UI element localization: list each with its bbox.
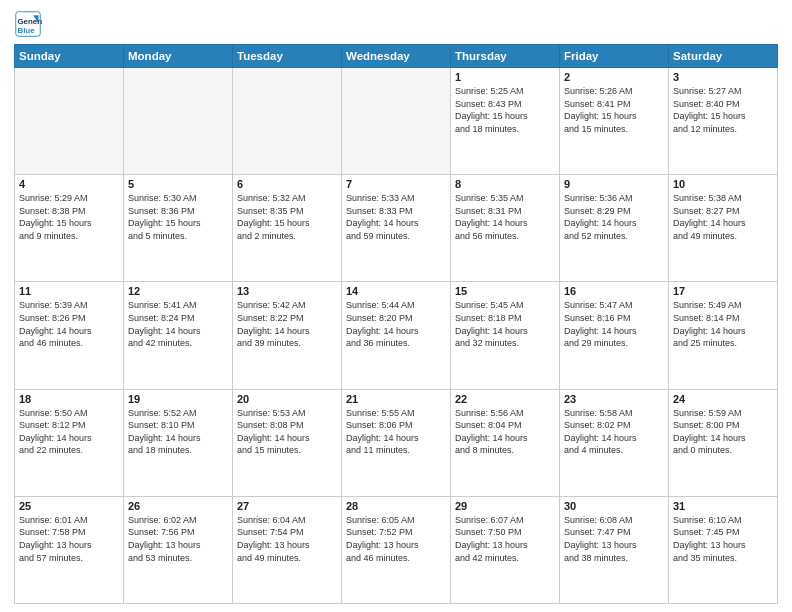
day-number: 9 [564,178,664,190]
day-info: Sunrise: 5:35 AM Sunset: 8:31 PM Dayligh… [455,192,555,242]
calendar-cell: 4Sunrise: 5:29 AM Sunset: 8:38 PM Daylig… [15,175,124,282]
calendar-table: SundayMondayTuesdayWednesdayThursdayFrid… [14,44,778,604]
calendar-cell: 17Sunrise: 5:49 AM Sunset: 8:14 PM Dayli… [669,282,778,389]
calendar-cell: 11Sunrise: 5:39 AM Sunset: 8:26 PM Dayli… [15,282,124,389]
day-info: Sunrise: 6:08 AM Sunset: 7:47 PM Dayligh… [564,514,664,564]
calendar-cell: 22Sunrise: 5:56 AM Sunset: 8:04 PM Dayli… [451,389,560,496]
calendar-cell [15,68,124,175]
day-info: Sunrise: 5:26 AM Sunset: 8:41 PM Dayligh… [564,85,664,135]
calendar-cell: 14Sunrise: 5:44 AM Sunset: 8:20 PM Dayli… [342,282,451,389]
calendar-cell: 12Sunrise: 5:41 AM Sunset: 8:24 PM Dayli… [124,282,233,389]
day-info: Sunrise: 6:10 AM Sunset: 7:45 PM Dayligh… [673,514,773,564]
day-info: Sunrise: 5:53 AM Sunset: 8:08 PM Dayligh… [237,407,337,457]
day-number: 15 [455,285,555,297]
calendar-cell: 19Sunrise: 5:52 AM Sunset: 8:10 PM Dayli… [124,389,233,496]
day-info: Sunrise: 5:39 AM Sunset: 8:26 PM Dayligh… [19,299,119,349]
day-info: Sunrise: 6:04 AM Sunset: 7:54 PM Dayligh… [237,514,337,564]
header: General Blue [14,10,778,38]
calendar-cell [233,68,342,175]
day-number: 16 [564,285,664,297]
day-info: Sunrise: 5:55 AM Sunset: 8:06 PM Dayligh… [346,407,446,457]
calendar-cell: 6Sunrise: 5:32 AM Sunset: 8:35 PM Daylig… [233,175,342,282]
day-header-thursday: Thursday [451,45,560,68]
day-info: Sunrise: 5:42 AM Sunset: 8:22 PM Dayligh… [237,299,337,349]
calendar-cell: 25Sunrise: 6:01 AM Sunset: 7:58 PM Dayli… [15,496,124,603]
day-info: Sunrise: 5:36 AM Sunset: 8:29 PM Dayligh… [564,192,664,242]
day-info: Sunrise: 6:01 AM Sunset: 7:58 PM Dayligh… [19,514,119,564]
calendar-cell: 24Sunrise: 5:59 AM Sunset: 8:00 PM Dayli… [669,389,778,496]
day-info: Sunrise: 5:38 AM Sunset: 8:27 PM Dayligh… [673,192,773,242]
day-info: Sunrise: 5:32 AM Sunset: 8:35 PM Dayligh… [237,192,337,242]
logo-icon: General Blue [14,10,42,38]
day-number: 19 [128,393,228,405]
day-number: 4 [19,178,119,190]
day-number: 17 [673,285,773,297]
day-info: Sunrise: 5:44 AM Sunset: 8:20 PM Dayligh… [346,299,446,349]
day-info: Sunrise: 5:52 AM Sunset: 8:10 PM Dayligh… [128,407,228,457]
calendar-cell [342,68,451,175]
day-number: 31 [673,500,773,512]
calendar-cell: 10Sunrise: 5:38 AM Sunset: 8:27 PM Dayli… [669,175,778,282]
calendar-cell: 30Sunrise: 6:08 AM Sunset: 7:47 PM Dayli… [560,496,669,603]
calendar-cell: 16Sunrise: 5:47 AM Sunset: 8:16 PM Dayli… [560,282,669,389]
day-info: Sunrise: 5:49 AM Sunset: 8:14 PM Dayligh… [673,299,773,349]
calendar-cell: 2Sunrise: 5:26 AM Sunset: 8:41 PM Daylig… [560,68,669,175]
day-header-sunday: Sunday [15,45,124,68]
day-info: Sunrise: 6:05 AM Sunset: 7:52 PM Dayligh… [346,514,446,564]
day-info: Sunrise: 5:27 AM Sunset: 8:40 PM Dayligh… [673,85,773,135]
calendar-cell: 21Sunrise: 5:55 AM Sunset: 8:06 PM Dayli… [342,389,451,496]
calendar-cell: 15Sunrise: 5:45 AM Sunset: 8:18 PM Dayli… [451,282,560,389]
day-info: Sunrise: 5:50 AM Sunset: 8:12 PM Dayligh… [19,407,119,457]
day-number: 20 [237,393,337,405]
day-number: 13 [237,285,337,297]
calendar-cell: 7Sunrise: 5:33 AM Sunset: 8:33 PM Daylig… [342,175,451,282]
day-number: 14 [346,285,446,297]
calendar-cell: 29Sunrise: 6:07 AM Sunset: 7:50 PM Dayli… [451,496,560,603]
day-number: 21 [346,393,446,405]
day-header-saturday: Saturday [669,45,778,68]
day-info: Sunrise: 5:41 AM Sunset: 8:24 PM Dayligh… [128,299,228,349]
day-info: Sunrise: 5:47 AM Sunset: 8:16 PM Dayligh… [564,299,664,349]
calendar-cell: 13Sunrise: 5:42 AM Sunset: 8:22 PM Dayli… [233,282,342,389]
day-info: Sunrise: 5:29 AM Sunset: 8:38 PM Dayligh… [19,192,119,242]
day-number: 3 [673,71,773,83]
calendar-cell: 23Sunrise: 5:58 AM Sunset: 8:02 PM Dayli… [560,389,669,496]
calendar-header-row: SundayMondayTuesdayWednesdayThursdayFrid… [15,45,778,68]
svg-text:Blue: Blue [18,26,36,35]
day-info: Sunrise: 5:33 AM Sunset: 8:33 PM Dayligh… [346,192,446,242]
day-info: Sunrise: 5:56 AM Sunset: 8:04 PM Dayligh… [455,407,555,457]
day-info: Sunrise: 5:30 AM Sunset: 8:36 PM Dayligh… [128,192,228,242]
calendar-week-1: 1Sunrise: 5:25 AM Sunset: 8:43 PM Daylig… [15,68,778,175]
day-info: Sunrise: 5:25 AM Sunset: 8:43 PM Dayligh… [455,85,555,135]
day-header-tuesday: Tuesday [233,45,342,68]
calendar-cell: 18Sunrise: 5:50 AM Sunset: 8:12 PM Dayli… [15,389,124,496]
day-header-friday: Friday [560,45,669,68]
day-number: 30 [564,500,664,512]
day-number: 28 [346,500,446,512]
calendar-cell: 20Sunrise: 5:53 AM Sunset: 8:08 PM Dayli… [233,389,342,496]
day-header-wednesday: Wednesday [342,45,451,68]
day-number: 22 [455,393,555,405]
day-number: 6 [237,178,337,190]
day-number: 12 [128,285,228,297]
day-number: 7 [346,178,446,190]
day-number: 5 [128,178,228,190]
calendar-cell: 5Sunrise: 5:30 AM Sunset: 8:36 PM Daylig… [124,175,233,282]
day-info: Sunrise: 5:58 AM Sunset: 8:02 PM Dayligh… [564,407,664,457]
day-number: 24 [673,393,773,405]
calendar-cell: 1Sunrise: 5:25 AM Sunset: 8:43 PM Daylig… [451,68,560,175]
day-number: 29 [455,500,555,512]
calendar-cell: 31Sunrise: 6:10 AM Sunset: 7:45 PM Dayli… [669,496,778,603]
day-number: 23 [564,393,664,405]
day-number: 18 [19,393,119,405]
day-number: 26 [128,500,228,512]
day-number: 1 [455,71,555,83]
calendar-cell: 27Sunrise: 6:04 AM Sunset: 7:54 PM Dayli… [233,496,342,603]
day-info: Sunrise: 6:02 AM Sunset: 7:56 PM Dayligh… [128,514,228,564]
calendar-week-5: 25Sunrise: 6:01 AM Sunset: 7:58 PM Dayli… [15,496,778,603]
day-info: Sunrise: 6:07 AM Sunset: 7:50 PM Dayligh… [455,514,555,564]
page: General Blue SundayMondayTuesdayWednesda… [0,0,792,612]
calendar-cell: 8Sunrise: 5:35 AM Sunset: 8:31 PM Daylig… [451,175,560,282]
calendar-cell: 9Sunrise: 5:36 AM Sunset: 8:29 PM Daylig… [560,175,669,282]
day-number: 27 [237,500,337,512]
